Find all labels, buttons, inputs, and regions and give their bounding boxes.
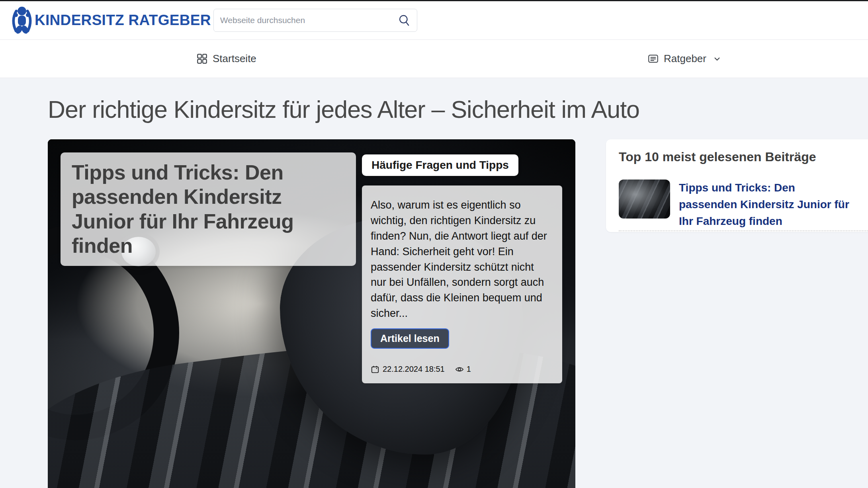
page-main: Der richtige Kindersitz für jedes Alter … [0,96,868,488]
baby-carseat-logo-icon [11,4,33,36]
site-header: KINDERSITZ RATGEBER [0,1,868,40]
site-search [213,9,417,32]
article-meta: 22.12.2024 18:51 1 [371,365,552,374]
view-count: 1 [467,365,471,374]
nav-item-startseite[interactable]: Startseite [197,40,256,78]
site-logo[interactable]: KINDERSITZ RATGEBER [11,4,211,36]
logo-text: KINDERSITZ RATGEBER [35,12,211,29]
grid-icon [197,53,207,64]
nav-label-ratgeber: Ratgeber [664,53,706,65]
top-posts-card: Top 10 meist gelesenen Beiträge Tipps un… [606,139,868,232]
content-row: Tipps und Tricks: Den passenden Kindersi… [0,139,868,488]
page-title: Der richtige Kindersitz für jedes Alter … [48,96,868,123]
search-icon[interactable] [398,14,411,27]
publish-date: 22.12.2024 18:51 [383,365,445,374]
top-posts-title: Top 10 meist gelesenen Beiträge [619,150,868,164]
article-excerpt: Also, warum ist es eigentlich so wichtig… [371,197,552,321]
article-list-icon [648,53,659,64]
search-input[interactable] [213,9,417,32]
featured-article-title: Tipps und Tricks: Den passenden Kindersi… [72,160,345,258]
article-excerpt-box: Also, warum ist es eigentlich so wichtig… [362,185,562,383]
top-post-link[interactable]: Tipps und Tricks: Den passenden Kindersi… [679,180,851,230]
top-post-thumbnail[interactable] [619,180,670,219]
chevron-down-icon [712,54,722,64]
category-tab[interactable]: Häufige Fragen und Tipps [362,154,518,176]
read-article-button[interactable]: Artikel lesen [371,328,449,349]
main-nav: Startseite Ratgeber [0,40,868,78]
calendar-icon [371,365,379,374]
featured-article-card: Tipps und Tricks: Den passenden Kindersi… [48,139,575,488]
featured-article-title-box[interactable]: Tipps und Tricks: Den passenden Kindersi… [61,152,356,266]
top-post-item: Tipps und Tricks: Den passenden Kindersi… [619,180,868,230]
eye-icon [455,365,464,374]
nav-label-startseite: Startseite [213,53,256,65]
nav-item-ratgeber[interactable]: Ratgeber [648,40,722,78]
